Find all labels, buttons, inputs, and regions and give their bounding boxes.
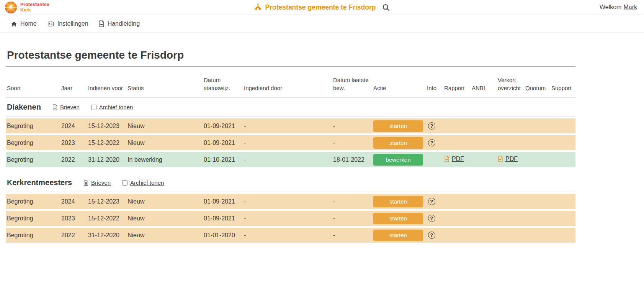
logo-line-1: Protestantse: [20, 2, 49, 7]
col-header-verkort-overzicht: Verkort overzicht: [497, 76, 524, 92]
pkn-logo[interactable]: Protestantse Kerk: [5, 1, 49, 14]
info-help-icon[interactable]: ?: [428, 215, 435, 222]
cell-datum-laatste-bew: -: [332, 232, 372, 239]
starten-button[interactable]: starten: [373, 120, 423, 132]
info-help-icon[interactable]: ?: [428, 139, 435, 146]
document-icon: [52, 104, 57, 110]
table-row: Begroting 2022 31-12-2020 Nieuw 01-01-20…: [6, 228, 575, 243]
section-title-diakenen: Diakenen: [6, 103, 41, 112]
brieven-link-kerkrentmeesters[interactable]: Brieven: [83, 179, 111, 186]
nav-instellingen-label: Instellingen: [57, 20, 88, 27]
nav-item-instellingen[interactable]: Instellingen: [47, 20, 88, 27]
cell-datum-laatste-bew: 18-01-2022: [332, 156, 372, 163]
col-header-soort: Soort: [6, 84, 60, 92]
info-help-icon[interactable]: ?: [428, 232, 435, 239]
cell-datum-statuswijz: 01-09-2021: [203, 140, 243, 146]
search-button[interactable]: [382, 3, 390, 11]
pdf-icon: [498, 156, 503, 162]
cell-datum-statuswijz: 01-10-2021: [203, 156, 243, 163]
cell-datum-laatste-bew: -: [332, 123, 372, 130]
table-row: Begroting 2023 15-12-2022 Nieuw 01-09-20…: [6, 135, 575, 150]
cell-jaar: 2023: [60, 140, 87, 146]
col-header-info: Info: [426, 84, 443, 92]
archief-tonen-label: Archief tonen: [130, 179, 164, 186]
cell-actie: starten: [372, 120, 426, 132]
settings-card-icon: [47, 21, 54, 27]
welcome-label: Welkom: [600, 4, 622, 11]
section-header-kerkrentmeesters: Kerkrentmeesters Brieven Archief tonen: [6, 173, 575, 192]
col-header-anbi: ANBI: [471, 84, 497, 92]
table-row: Begroting 2022 31-12-2020 In bewerking 0…: [6, 152, 575, 167]
starten-button[interactable]: starten: [373, 196, 423, 207]
table-row: Begroting 2024 15-12-2023 Nieuw 01-09-20…: [6, 118, 575, 133]
cell-jaar: 2023: [60, 215, 87, 222]
section-title-kerkrentmeesters: Kerkrentmeesters: [6, 178, 72, 187]
cell-datum-laatste-bew: -: [332, 140, 372, 146]
col-header-jaar: Jaar: [60, 84, 87, 92]
cell-indienen-voor: 15-12-2022: [87, 140, 126, 146]
cell-indienen-voor: 31-12-2020: [87, 232, 126, 239]
rows-diakenen: Begroting 2024 15-12-2023 Nieuw 01-09-20…: [6, 118, 575, 167]
page-title: Protestantse gemeente te Frisdorp: [7, 49, 575, 61]
cell-datum-laatste-bew: -: [332, 198, 372, 205]
cell-jaar: 2024: [60, 198, 87, 205]
col-header-ingediend-door: Ingediend door: [243, 84, 332, 92]
nav-handleiding-label: Handleiding: [108, 20, 140, 27]
verkort-pdf-label: PDF: [505, 156, 518, 163]
archief-tonen-checkbox[interactable]: [122, 180, 127, 186]
cell-actie: starten: [372, 230, 426, 241]
info-help-icon[interactable]: ?: [428, 122, 435, 130]
cell-status: Nieuw: [126, 215, 203, 222]
cell-status: Nieuw: [126, 123, 203, 130]
cell-jaar: 2024: [60, 123, 87, 130]
document-icon: [83, 180, 88, 186]
archief-tonen-toggle-diakenen[interactable]: Archief tonen: [91, 104, 133, 110]
col-header-indienen-voor: Indienen voor: [87, 84, 126, 92]
starten-button[interactable]: starten: [373, 213, 423, 224]
home-icon: [11, 21, 17, 27]
bewerken-button[interactable]: bewerken: [373, 154, 423, 166]
nav-item-home[interactable]: Home: [11, 20, 37, 27]
cell-indienen-voor: 15-12-2023: [87, 123, 126, 130]
col-header-datum-laatste-bew: Datum laatste bew.: [332, 76, 372, 92]
col-header-datum-statuswijz: Datum statuswijz.: [203, 76, 243, 92]
top-header-bar: Protestantse Kerk Protestantse gemeente …: [0, 0, 644, 15]
logo-line-2: Kerk: [20, 7, 49, 13]
cell-status: Nieuw: [126, 140, 203, 146]
user-link[interactable]: Mark: [623, 4, 637, 11]
col-header-support: Support: [550, 84, 575, 92]
cell-info: ?: [426, 198, 443, 205]
cell-actie: bewerken: [372, 154, 426, 166]
rapport-pdf-link[interactable]: PDF: [444, 156, 464, 163]
cell-actie: starten: [372, 196, 426, 207]
cell-soort: Begroting: [6, 123, 60, 130]
rapport-pdf-label: PDF: [452, 156, 464, 163]
table-row: Begroting 2024 15-12-2023 Nieuw 01-09-20…: [6, 194, 575, 209]
cell-ingediend-door: -: [243, 156, 332, 163]
brieven-link-label: Brieven: [91, 179, 111, 186]
cell-soort: Begroting: [6, 140, 60, 146]
table-row: Begroting 2023 15-12-2022 Nieuw 01-09-20…: [6, 211, 575, 226]
nav-item-handleiding[interactable]: Handleiding: [99, 20, 140, 27]
cell-datum-statuswijz: 01-09-2021: [203, 215, 243, 222]
starten-button[interactable]: starten: [373, 137, 423, 149]
gemeente-title: Protestantse gemeente te Frisdorp: [265, 3, 376, 11]
welcome-area: Welkom Mark: [600, 4, 637, 11]
info-help-icon[interactable]: ?: [428, 198, 435, 205]
starten-button[interactable]: starten: [373, 230, 423, 241]
cell-datum-statuswijz: 01-01-2020: [203, 232, 243, 239]
archief-tonen-toggle-kerkrentmeesters[interactable]: Archief tonen: [122, 179, 164, 186]
cell-info: ?: [426, 139, 443, 146]
nav-home-label: Home: [20, 20, 37, 27]
table-column-headers: Soort Jaar Indienen voor Status Datum st…: [6, 67, 575, 98]
verkort-overzicht-pdf-link[interactable]: PDF: [498, 156, 518, 163]
cell-datum-statuswijz: 01-09-2021: [203, 198, 243, 205]
cell-status: Nieuw: [126, 232, 203, 239]
archief-tonen-label: Archief tonen: [99, 104, 133, 110]
archief-tonen-checkbox[interactable]: [91, 105, 96, 110]
search-icon: [382, 3, 390, 11]
brieven-link-diakenen[interactable]: Brieven: [52, 104, 80, 110]
cell-indienen-voor: 15-12-2023: [87, 198, 126, 205]
cell-indienen-voor: 31-12-2020: [87, 156, 126, 163]
col-header-quotum: Quotum: [524, 84, 550, 92]
